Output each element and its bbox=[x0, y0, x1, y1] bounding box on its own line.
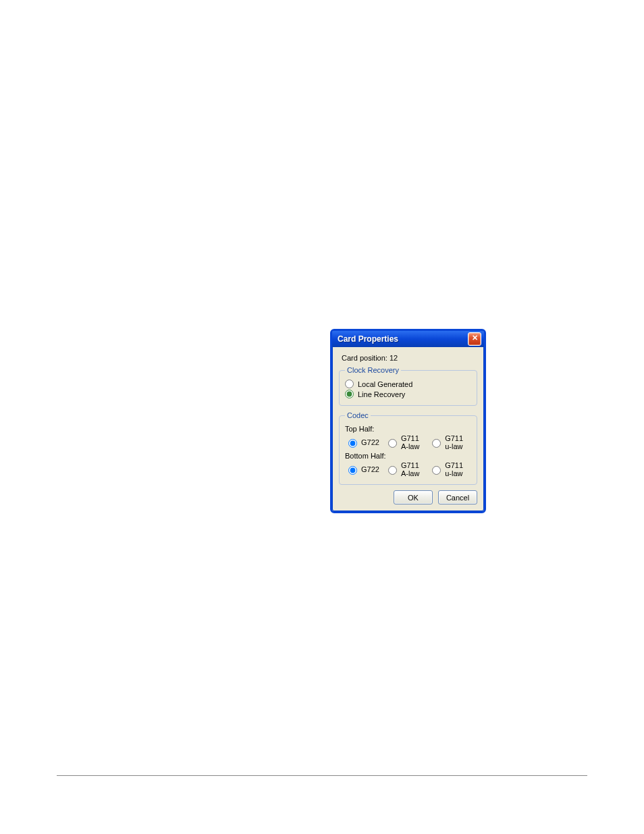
card-position-label: Card position: 12 bbox=[342, 354, 476, 362]
clock-recovery-group: Clock Recovery Local Generated Line Reco… bbox=[339, 366, 477, 406]
page-divider bbox=[57, 775, 587, 776]
radio-line-recovery-label: Line Recovery bbox=[358, 390, 405, 398]
codec-top-row: G722 G711 A-law G711 u-law bbox=[345, 434, 471, 450]
radio-bottom-g711u[interactable] bbox=[432, 466, 441, 475]
codec-group: Codec Top Half: G722 G711 A-law G711 u-l… bbox=[339, 411, 477, 485]
radio-bottom-g711a[interactable] bbox=[388, 466, 397, 475]
radio-top-g711a-label: G711 A-law bbox=[401, 434, 423, 450]
radio-top-g722-label: G722 bbox=[361, 438, 379, 446]
radio-bottom-g722[interactable] bbox=[348, 466, 357, 475]
dialog-body: Card position: 12 Clock Recovery Local G… bbox=[332, 347, 484, 511]
close-button[interactable]: ✕ bbox=[468, 332, 481, 346]
codec-legend: Codec bbox=[345, 411, 371, 419]
radio-bottom-g711a-label: G711 A-law bbox=[401, 461, 423, 477]
radio-local-generated-label: Local Generated bbox=[358, 380, 412, 388]
codec-bottom-label: Bottom Half: bbox=[345, 452, 471, 460]
card-properties-dialog: Card Properties ✕ Card position: 12 Cloc… bbox=[330, 329, 486, 513]
radio-top-g722[interactable] bbox=[348, 439, 357, 448]
radio-line-recovery[interactable] bbox=[345, 390, 354, 398]
close-icon: ✕ bbox=[472, 334, 478, 342]
radio-top-g711a[interactable] bbox=[388, 439, 397, 448]
titlebar[interactable]: Card Properties ✕ bbox=[332, 331, 484, 347]
button-row: OK Cancel bbox=[339, 490, 477, 504]
radio-local-generated[interactable] bbox=[345, 380, 354, 388]
radio-top-g711u[interactable] bbox=[432, 439, 441, 448]
codec-top-label: Top Half: bbox=[345, 425, 471, 433]
radio-bottom-g711u-label: G711 u-law bbox=[445, 461, 467, 477]
cancel-button[interactable]: Cancel bbox=[438, 490, 477, 504]
codec-bottom-row: G722 G711 A-law G711 u-law bbox=[345, 461, 471, 477]
radio-bottom-g722-label: G722 bbox=[361, 465, 379, 473]
radio-top-g711u-label: G711 u-law bbox=[445, 434, 467, 450]
clock-recovery-legend: Clock Recovery bbox=[345, 366, 401, 374]
ok-button[interactable]: OK bbox=[394, 490, 433, 504]
dialog-title: Card Properties bbox=[338, 334, 398, 344]
